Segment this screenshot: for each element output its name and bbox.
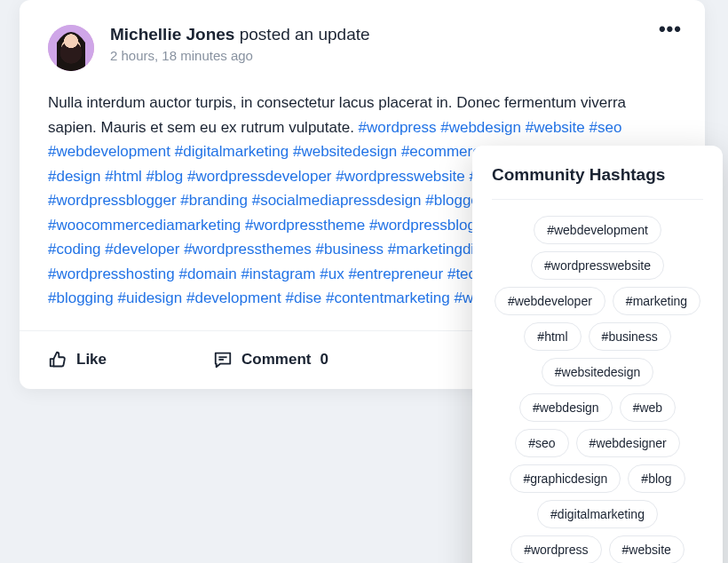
svg-rect-6 <box>57 60 85 71</box>
hashtag-link[interactable]: #woocommercediamarketing <box>48 217 241 234</box>
hashtag-link[interactable]: #wordpressdeveloper <box>187 168 332 185</box>
hashtag-link[interactable]: #dise <box>286 289 322 306</box>
more-options-button[interactable]: ••• <box>659 18 682 41</box>
hashtag-link[interactable]: #website <box>526 119 585 136</box>
comment-count: 0 <box>320 351 328 369</box>
hashtag-link[interactable]: #websitedesign <box>293 143 397 160</box>
post-time: 2 hours, 18 minutes ago <box>110 48 370 63</box>
tag-pill[interactable]: #webdevelopment <box>534 216 661 244</box>
comment-icon <box>213 350 233 369</box>
hashtag-link[interactable]: #uidesign <box>117 289 182 306</box>
hashtag-link[interactable]: #blogging <box>48 289 114 306</box>
post-action-text: posted an update <box>234 25 369 44</box>
hashtag-link[interactable]: #wordpresshosting <box>48 266 175 282</box>
sidebar-title: Community Hashtags <box>492 165 703 200</box>
hashtag-link[interactable]: #ux <box>320 266 344 282</box>
hashtag-link[interactable]: #wordpresswebsite <box>336 168 465 185</box>
tag-pill[interactable]: #digitalmarketing <box>537 500 658 528</box>
hashtag-link[interactable]: #developer <box>105 241 179 258</box>
like-label: Like <box>76 351 107 369</box>
hashtag-link[interactable]: #wordpress <box>359 119 437 136</box>
hashtag-link[interactable]: #seo <box>590 119 622 136</box>
thumbs-up-icon <box>48 350 67 369</box>
hashtag-link[interactable]: #webdesign <box>440 119 521 136</box>
hashtag-link[interactable]: #entrepreneur <box>348 266 443 282</box>
post-header: Michellie Jones posted an update 2 hours… <box>48 25 677 71</box>
hashtag-link[interactable]: #wordpressblogger <box>48 192 177 209</box>
comment-button[interactable]: Comment 0 <box>201 343 341 377</box>
hashtag-link[interactable]: #blog <box>146 168 184 185</box>
like-button[interactable]: Like <box>36 343 119 377</box>
tag-pill[interactable]: #seo <box>515 429 568 457</box>
tag-pill[interactable]: #webdesign <box>519 393 613 422</box>
hashtag-link[interactable]: #wordpressthemes <box>184 241 312 258</box>
tag-pill[interactable]: #blog <box>628 464 684 493</box>
hashtag-link[interactable]: #digitalmarketing <box>175 143 289 160</box>
tag-pill[interactable]: #marketing <box>613 287 700 315</box>
hashtag-link[interactable]: #design <box>48 168 101 185</box>
svg-point-5 <box>74 46 76 48</box>
tag-pill[interactable]: #webdesigner <box>576 429 680 457</box>
hashtag-link[interactable]: #contentmarketing <box>326 289 450 306</box>
hashtag-link[interactable]: #development <box>186 289 281 306</box>
svg-point-4 <box>65 46 67 48</box>
post-author[interactable]: Michellie Jones <box>110 25 234 44</box>
hashtag-link[interactable]: #socialmediapressdesign <box>252 192 422 209</box>
community-hashtags-panel: Community Hashtags #webdevelopment#wordp… <box>472 146 723 563</box>
hashtag-link[interactable]: #branding <box>180 192 248 209</box>
svg-point-3 <box>68 52 74 56</box>
tag-pill[interactable]: #html <box>524 322 581 351</box>
hashtag-link[interactable]: #webdevelopment <box>48 143 170 160</box>
avatar[interactable] <box>48 25 94 71</box>
hashtag-link[interactable]: #wordpressblog <box>369 217 476 234</box>
tag-pill[interactable]: #wordpresswebsite <box>531 251 664 280</box>
post-header-text: Michellie Jones posted an update 2 hours… <box>110 25 370 63</box>
tag-pill[interactable]: #wordpress <box>510 535 601 563</box>
hashtag-link[interactable]: #coding <box>48 241 101 258</box>
tag-pill[interactable]: #web <box>620 393 676 422</box>
hashtag-link[interactable]: #wordpresstheme <box>245 217 365 234</box>
hashtag-link[interactable]: #html <box>105 168 142 185</box>
svg-point-2 <box>61 37 81 60</box>
post-title-line: Michellie Jones posted an update <box>110 25 370 44</box>
tag-cloud: #webdevelopment#wordpresswebsite#webdeve… <box>492 216 703 563</box>
comment-label: Comment <box>241 351 311 369</box>
svg-rect-1 <box>48 25 94 71</box>
hashtag-link[interactable]: #business <box>316 241 384 258</box>
tag-pill[interactable]: #webdeveloper <box>495 287 605 315</box>
tag-pill[interactable]: #graphicdesign <box>510 464 621 493</box>
hashtag-link[interactable]: #instagram <box>241 266 315 282</box>
tag-pill[interactable]: #business <box>589 322 671 351</box>
tag-pill[interactable]: #website <box>609 535 684 563</box>
tag-pill[interactable]: #websitedesign <box>542 358 654 386</box>
hashtag-link[interactable]: #domain <box>178 266 236 282</box>
